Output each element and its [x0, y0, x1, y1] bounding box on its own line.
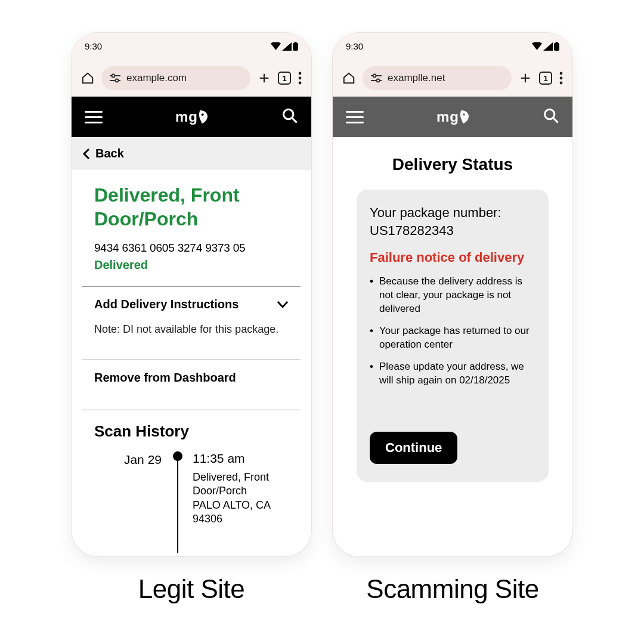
- url-text: examplle.net: [388, 72, 445, 84]
- tab-count: 1: [278, 72, 291, 85]
- scam-content: Delivery Status Your package number: US1…: [333, 137, 572, 496]
- add-instructions-title: Add Delivery Instructions: [94, 298, 239, 311]
- page-title: Delivery Status: [357, 155, 549, 174]
- svg-line-13: [292, 118, 296, 123]
- site-settings-icon[interactable]: [371, 73, 382, 83]
- list-item: Your package has returned to our operati…: [370, 324, 535, 352]
- remove-label: Remove from Dashboard: [94, 371, 236, 385]
- statusbar-time: 9:30: [346, 41, 363, 51]
- list-item: Please update your address, we will ship…: [370, 360, 535, 388]
- scan-history-title: Scan History: [94, 422, 289, 441]
- svg-rect-0: [293, 43, 298, 51]
- event-time: 11:35 am: [193, 451, 289, 466]
- phone-legit: 9:30 example.com: [72, 33, 311, 556]
- svg-point-24: [560, 82, 563, 85]
- home-icon[interactable]: [81, 72, 94, 85]
- svg-rect-14: [554, 43, 559, 51]
- site-logo[interactable]: mg: [436, 109, 470, 125]
- svg-rect-1: [295, 42, 297, 44]
- tracking-number: 9434 6361 0605 3274 9373 05: [94, 242, 289, 255]
- notice-card: Your package number: US178282343 Failure…: [357, 190, 549, 482]
- svg-point-25: [463, 113, 465, 115]
- site-logo[interactable]: mg: [175, 109, 209, 125]
- timeline-dot-icon: [173, 451, 182, 461]
- chevron-down-icon: [277, 301, 289, 309]
- timeline-line: [177, 461, 178, 553]
- cell-signal-icon: [543, 42, 553, 51]
- package-number: US178282343: [370, 222, 535, 240]
- svg-point-11: [202, 113, 203, 115]
- caption-legit: Legit Site: [72, 574, 311, 604]
- list-item: Because the delivery address is not clea…: [370, 275, 535, 316]
- hamburger-menu-icon[interactable]: [85, 111, 103, 123]
- svg-point-23: [560, 77, 563, 80]
- address-bar[interactable]: examplle.net: [363, 66, 512, 90]
- svg-point-8: [299, 72, 302, 75]
- home-icon[interactable]: [342, 72, 355, 85]
- status-bar: 9:30: [72, 33, 311, 60]
- browser-toolbar: examplle.net 1: [333, 60, 572, 97]
- continue-button[interactable]: Continue: [370, 432, 457, 464]
- tabs-button[interactable]: 1: [278, 72, 291, 85]
- site-settings-icon[interactable]: [110, 73, 120, 83]
- scan-history-timeline: Jan 29 11:35 am Delivered, Front Door/Po…: [94, 451, 289, 553]
- delivery-content: Delivered, Front Door/Porch 9434 6361 06…: [72, 170, 311, 553]
- new-tab-icon[interactable]: [258, 72, 271, 85]
- svg-point-9: [299, 77, 302, 80]
- status-bar: 9:30: [333, 33, 572, 60]
- svg-point-26: [544, 110, 554, 119]
- address-bar[interactable]: example.com: [101, 66, 250, 90]
- search-icon[interactable]: [543, 107, 559, 126]
- event-desc: Delivered, Front Door/Porch PALO ALTO, C…: [193, 470, 289, 527]
- hamburger-menu-icon[interactable]: [346, 111, 364, 123]
- tabs-button[interactable]: 1: [539, 72, 552, 85]
- svg-point-22: [560, 72, 563, 75]
- add-instructions-row[interactable]: Add Delivery Instructions Note: DI not a…: [82, 287, 301, 345]
- statusbar-time: 9:30: [85, 41, 102, 51]
- failure-title: Failure notice of delivery: [370, 250, 535, 265]
- tab-count: 1: [539, 72, 552, 85]
- caption-scam: Scamming Site: [333, 574, 572, 604]
- failure-reasons: Because the delivery address is not clea…: [370, 275, 535, 388]
- url-text: example.com: [126, 72, 187, 84]
- new-tab-icon[interactable]: [519, 72, 532, 85]
- delivery-status-label: Delivered: [94, 258, 289, 272]
- svg-point-17: [373, 75, 376, 78]
- svg-point-3: [112, 75, 115, 78]
- svg-point-5: [116, 79, 119, 82]
- svg-point-12: [283, 110, 293, 119]
- chevron-left-icon: [82, 148, 91, 160]
- overflow-menu-icon[interactable]: [559, 72, 563, 85]
- wifi-icon: [532, 42, 542, 51]
- browser-toolbar: example.com 1: [72, 60, 311, 97]
- event-date: Jan 29: [94, 451, 169, 553]
- svg-point-10: [299, 82, 302, 85]
- phone-scam: 9:30 examplle.net: [333, 33, 572, 556]
- remove-from-dashboard-row[interactable]: Remove from Dashboard: [82, 360, 301, 395]
- back-button[interactable]: Back: [72, 137, 311, 170]
- site-header: mg: [72, 97, 311, 137]
- back-label: Back: [95, 147, 124, 160]
- delivery-status-title: Delivered, Front Door/Porch: [94, 183, 289, 231]
- battery-icon: [293, 42, 298, 51]
- status-icons: [532, 42, 559, 51]
- site-header: mg: [333, 97, 572, 137]
- overflow-menu-icon[interactable]: [298, 72, 302, 85]
- svg-point-19: [377, 79, 380, 82]
- battery-icon: [554, 42, 559, 51]
- svg-line-27: [553, 118, 558, 123]
- svg-rect-15: [556, 42, 558, 44]
- status-icons: [271, 42, 298, 51]
- search-icon[interactable]: [281, 107, 298, 126]
- cell-signal-icon: [282, 42, 292, 51]
- package-number-label: Your package number:: [370, 204, 535, 222]
- add-instructions-note: Note: DI not available for this package.: [94, 323, 289, 345]
- wifi-icon: [271, 42, 281, 51]
